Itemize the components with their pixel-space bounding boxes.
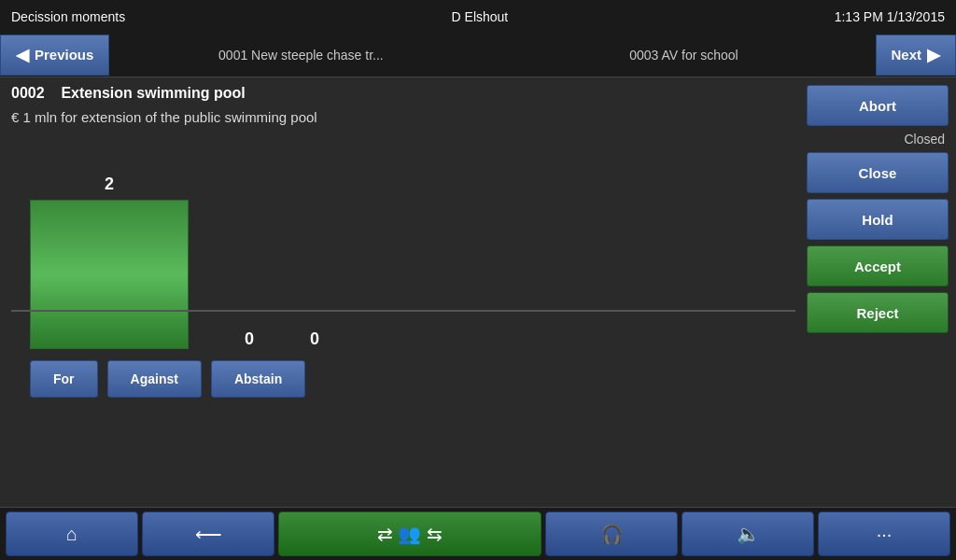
previous-label: Previous bbox=[35, 47, 93, 63]
bottom-toolbar: ⌂ ⟵ ⇄ 👥 ⇆ 🎧 🔈 ··· bbox=[0, 507, 956, 560]
nav-center-left: 0001 New steeple chase tr... bbox=[109, 48, 492, 63]
against-button[interactable]: Against bbox=[107, 360, 202, 398]
chart-against-column: 0 bbox=[245, 329, 254, 349]
abstain-count-label: 0 bbox=[310, 329, 319, 349]
action-sidebar: Abort Closed Close Hold Accept Reject bbox=[807, 77, 956, 507]
for-count-label: 2 bbox=[105, 175, 114, 194]
abort-button[interactable]: Abort bbox=[807, 85, 949, 126]
next-arrow-icon: ▶ bbox=[927, 45, 940, 65]
item-description: € 1 mln for extension of the public swim… bbox=[11, 109, 795, 125]
vote-button-group: For Against Abstain bbox=[11, 360, 795, 398]
prev-arrow-icon: ◀ bbox=[16, 45, 29, 65]
headphones-button[interactable]: 🎧 bbox=[545, 511, 678, 556]
for-bar bbox=[30, 200, 189, 349]
next-label: Next bbox=[892, 47, 922, 63]
abstain-button[interactable]: Abstain bbox=[211, 360, 305, 398]
home-icon: ⌂ bbox=[66, 524, 77, 545]
hold-button[interactable]: Hold bbox=[807, 199, 949, 240]
home-button[interactable]: ⌂ bbox=[6, 511, 138, 556]
status-badge: Closed bbox=[807, 132, 949, 147]
accept-button[interactable]: Accept bbox=[807, 245, 949, 287]
previous-button[interactable]: ◀ Previous bbox=[0, 35, 109, 76]
chart-abstain-column: 0 bbox=[310, 329, 319, 349]
item-name: Extension swimming pool bbox=[61, 85, 245, 101]
volume-icon: 🔈 bbox=[737, 523, 760, 545]
datetime: 1:13 PM 1/13/2015 bbox=[835, 9, 945, 24]
network-button[interactable]: ⇄ 👥 ⇆ bbox=[278, 511, 541, 556]
chart-for-column: 2 bbox=[30, 175, 189, 349]
network-icon: ⇄ 👥 ⇆ bbox=[377, 523, 443, 545]
more-button[interactable]: ··· bbox=[818, 511, 950, 556]
back-button[interactable]: ⟵ bbox=[142, 511, 274, 556]
more-icon: ··· bbox=[877, 524, 893, 545]
main-panel: 0002 Extension swimming pool € 1 mln for… bbox=[0, 77, 807, 507]
headphones-icon: 🎧 bbox=[600, 523, 624, 545]
item-number: 0002 bbox=[11, 85, 45, 101]
for-button[interactable]: For bbox=[30, 360, 98, 398]
chart-baseline bbox=[11, 310, 795, 312]
user-name: D Elshout bbox=[452, 9, 509, 24]
nav-center-right: 0003 AV for school bbox=[492, 48, 875, 63]
back-icon: ⟵ bbox=[195, 523, 222, 545]
nav-bar: ◀ Previous 0001 New steeple chase tr... … bbox=[0, 33, 956, 77]
reject-button[interactable]: Reject bbox=[807, 292, 949, 333]
item-title: 0002 Extension swimming pool bbox=[11, 85, 795, 102]
next-button[interactable]: Next ▶ bbox=[876, 35, 957, 76]
close-button[interactable]: Close bbox=[807, 152, 949, 193]
content-area: 0002 Extension swimming pool € 1 mln for… bbox=[0, 77, 956, 507]
volume-button[interactable]: 🔈 bbox=[682, 511, 814, 556]
app-title: Decission moments bbox=[11, 9, 125, 24]
header-bar: Decission moments D Elshout 1:13 PM 1/13… bbox=[0, 0, 956, 33]
vote-chart: 2 0 0 bbox=[11, 134, 795, 349]
against-count-label: 0 bbox=[245, 329, 254, 349]
